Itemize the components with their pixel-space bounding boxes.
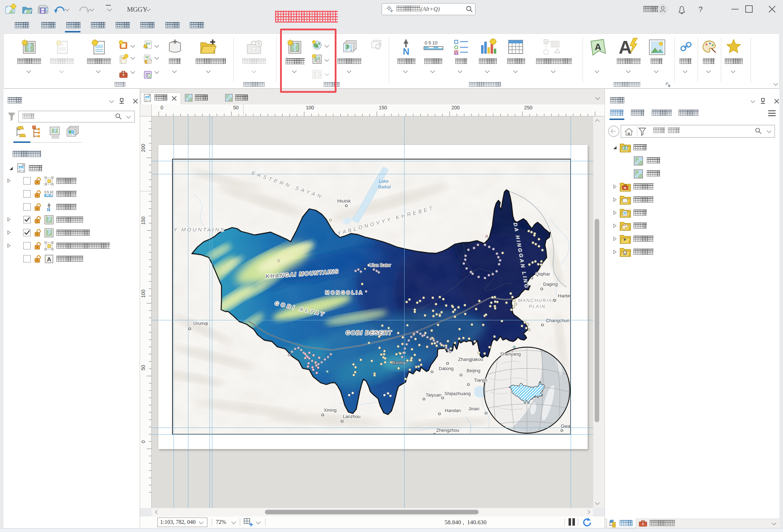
svg-text:0: 0 [160,105,163,110]
svg-text:N: N [47,207,50,212]
svg-text:MANCHURIAN: MANCHURIAN [518,298,556,303]
svg-text:N: N [403,46,409,56]
svg-text:Tianjin: Tianjin [474,377,487,383]
svg-text:A: A [619,37,632,57]
svg-text:Qiqihar: Qiqihar [535,271,551,277]
svg-text:Ulan Bator: Ulan Bator [369,262,391,268]
svg-text:150: 150 [379,105,387,110]
svg-text:50: 50 [140,365,146,370]
svg-text:0 5 10: 0 5 10 [425,40,437,46]
svg-text:250: 250 [524,105,533,110]
svg-text:Urumqi: Urumqi [193,321,208,326]
svg-text:0: 0 [140,440,146,443]
svg-text:Jinan: Jinan [468,406,479,411]
svg-text:50: 50 [233,105,239,110]
svg-text:Handan: Handan [445,408,461,413]
svg-text:GOBI DESERT: GOBI DESERT [346,330,392,336]
svg-text:Daging: Daging [543,282,558,287]
svg-text:200: 200 [140,144,146,152]
svg-text:Shijiazhuang: Shijiazhuang [444,391,471,396]
svg-text:Irkutsk: Irkutsk [337,198,351,204]
svg-text:100: 100 [140,289,146,298]
svg-text:Y MOUNTAINS: Y MOUNTAINS [174,226,225,232]
svg-text:Taiyuan: Taiyuan [426,392,442,398]
svg-text:0 5 10: 0 5 10 [44,190,53,194]
svg-text:Baikal: Baikal [378,184,391,189]
svg-text:MONGOLIA: MONGOLIA [325,290,364,295]
svg-text:A: A [47,256,51,263]
svg-text:150: 150 [140,216,146,225]
svg-text:Xining: Xining [324,407,336,413]
svg-text:Shenyang: Shenyang [500,351,521,357]
svg-text:Datong: Datong [439,366,454,371]
svg-text:200: 200 [451,105,460,110]
svg-text:Harbin: Harbin [558,293,570,298]
svg-text:Lake: Lake [379,179,389,184]
svg-text:Changchun: Changchun [546,318,570,323]
svg-text:100: 100 [306,105,314,110]
svg-text:A: A [595,42,601,52]
svg-text:PLAIN: PLAIN [529,304,546,309]
svg-text:Zhengzhou: Zhengzhou [436,428,459,433]
svg-text:Lanzhou: Lanzhou [343,414,360,419]
svg-text:Beijing: Beijing [467,368,480,373]
svg-text:?: ? [698,5,703,14]
svg-text:Zhangjiakou: Zhangjiakou [458,357,483,362]
